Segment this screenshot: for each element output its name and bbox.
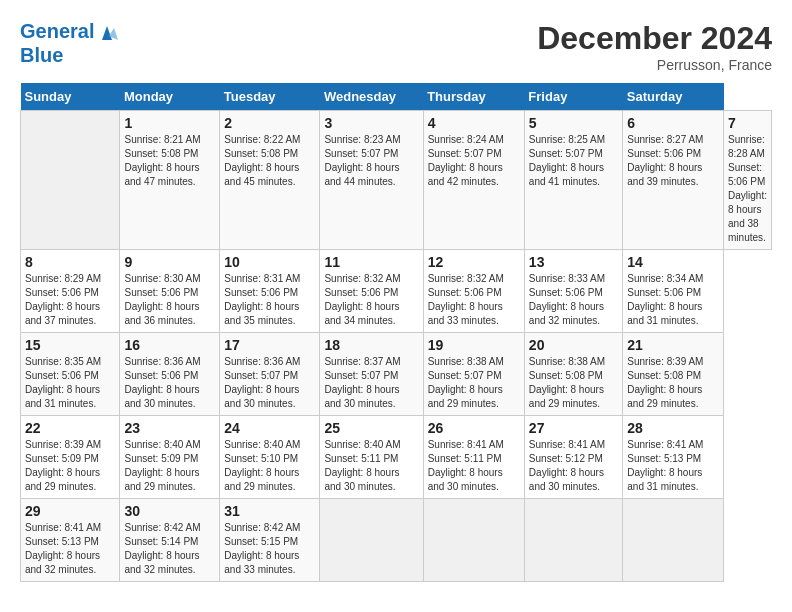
calendar-cell: 25 Sunrise: 8:40 AM Sunset: 5:11 PM Dayl…: [320, 416, 423, 499]
calendar-cell: 31 Sunrise: 8:42 AM Sunset: 5:15 PM Dayl…: [220, 499, 320, 582]
calendar-cell: 13 Sunrise: 8:33 AM Sunset: 5:06 PM Dayl…: [524, 250, 622, 333]
calendar-cell: 5 Sunrise: 8:25 AM Sunset: 5:07 PM Dayli…: [524, 111, 622, 250]
header-sunday: Sunday: [21, 83, 120, 111]
calendar-cell: 16 Sunrise: 8:36 AM Sunset: 5:06 PM Dayl…: [120, 333, 220, 416]
day-number: 21: [627, 337, 719, 353]
day-info: Sunrise: 8:29 AM Sunset: 5:06 PM Dayligh…: [25, 272, 115, 328]
header-monday: Monday: [120, 83, 220, 111]
calendar-cell: 4 Sunrise: 8:24 AM Sunset: 5:07 PM Dayli…: [423, 111, 524, 250]
day-info: Sunrise: 8:41 AM Sunset: 5:13 PM Dayligh…: [627, 438, 719, 494]
day-info: Sunrise: 8:40 AM Sunset: 5:10 PM Dayligh…: [224, 438, 315, 494]
week-row-5: 29 Sunrise: 8:41 AM Sunset: 5:13 PM Dayl…: [21, 499, 772, 582]
calendar-cell: 22 Sunrise: 8:39 AM Sunset: 5:09 PM Dayl…: [21, 416, 120, 499]
day-info: Sunrise: 8:41 AM Sunset: 5:12 PM Dayligh…: [529, 438, 618, 494]
header-friday: Friday: [524, 83, 622, 111]
day-number: 28: [627, 420, 719, 436]
day-number: 13: [529, 254, 618, 270]
calendar-cell: 24 Sunrise: 8:40 AM Sunset: 5:10 PM Dayl…: [220, 416, 320, 499]
calendar-cell: 27 Sunrise: 8:41 AM Sunset: 5:12 PM Dayl…: [524, 416, 622, 499]
calendar-cell: 19 Sunrise: 8:38 AM Sunset: 5:07 PM Dayl…: [423, 333, 524, 416]
day-number: 31: [224, 503, 315, 519]
day-number: 11: [324, 254, 418, 270]
calendar-cell: 11 Sunrise: 8:32 AM Sunset: 5:06 PM Dayl…: [320, 250, 423, 333]
days-header-row: SundayMondayTuesdayWednesdayThursdayFrid…: [21, 83, 772, 111]
logo-text: General: [20, 20, 118, 42]
month-title: December 2024: [537, 20, 772, 57]
day-info: Sunrise: 8:41 AM Sunset: 5:13 PM Dayligh…: [25, 521, 115, 577]
day-number: 12: [428, 254, 520, 270]
day-number: 4: [428, 115, 520, 131]
day-number: 26: [428, 420, 520, 436]
day-info: Sunrise: 8:39 AM Sunset: 5:08 PM Dayligh…: [627, 355, 719, 411]
calendar-cell: [21, 111, 120, 250]
day-info: Sunrise: 8:42 AM Sunset: 5:14 PM Dayligh…: [124, 521, 215, 577]
calendar-cell: 12 Sunrise: 8:32 AM Sunset: 5:06 PM Dayl…: [423, 250, 524, 333]
calendar-cell: 8 Sunrise: 8:29 AM Sunset: 5:06 PM Dayli…: [21, 250, 120, 333]
header-wednesday: Wednesday: [320, 83, 423, 111]
calendar-cell: 3 Sunrise: 8:23 AM Sunset: 5:07 PM Dayli…: [320, 111, 423, 250]
week-row-2: 8 Sunrise: 8:29 AM Sunset: 5:06 PM Dayli…: [21, 250, 772, 333]
day-info: Sunrise: 8:41 AM Sunset: 5:11 PM Dayligh…: [428, 438, 520, 494]
calendar-cell: 1 Sunrise: 8:21 AM Sunset: 5:08 PM Dayli…: [120, 111, 220, 250]
calendar-cell: 18 Sunrise: 8:37 AM Sunset: 5:07 PM Dayl…: [320, 333, 423, 416]
page-header: General Blue December 2024 Perrusson, Fr…: [20, 20, 772, 73]
day-info: Sunrise: 8:35 AM Sunset: 5:06 PM Dayligh…: [25, 355, 115, 411]
day-info: Sunrise: 8:36 AM Sunset: 5:07 PM Dayligh…: [224, 355, 315, 411]
day-number: 3: [324, 115, 418, 131]
day-info: Sunrise: 8:40 AM Sunset: 5:11 PM Dayligh…: [324, 438, 418, 494]
calendar-cell: 6 Sunrise: 8:27 AM Sunset: 5:06 PM Dayli…: [623, 111, 724, 250]
day-info: Sunrise: 8:23 AM Sunset: 5:07 PM Dayligh…: [324, 133, 418, 189]
day-number: 25: [324, 420, 418, 436]
calendar-cell: 29 Sunrise: 8:41 AM Sunset: 5:13 PM Dayl…: [21, 499, 120, 582]
day-info: Sunrise: 8:31 AM Sunset: 5:06 PM Dayligh…: [224, 272, 315, 328]
calendar-cell: [423, 499, 524, 582]
day-info: Sunrise: 8:30 AM Sunset: 5:06 PM Dayligh…: [124, 272, 215, 328]
calendar-cell: [524, 499, 622, 582]
day-number: 27: [529, 420, 618, 436]
day-number: 7: [728, 115, 767, 131]
day-info: Sunrise: 8:28 AM Sunset: 5:06 PM Dayligh…: [728, 133, 767, 245]
calendar-cell: 21 Sunrise: 8:39 AM Sunset: 5:08 PM Dayl…: [623, 333, 724, 416]
day-number: 5: [529, 115, 618, 131]
calendar-cell: 7 Sunrise: 8:28 AM Sunset: 5:06 PM Dayli…: [724, 111, 772, 250]
day-number: 16: [124, 337, 215, 353]
calendar-cell: 9 Sunrise: 8:30 AM Sunset: 5:06 PM Dayli…: [120, 250, 220, 333]
day-number: 10: [224, 254, 315, 270]
day-info: Sunrise: 8:39 AM Sunset: 5:09 PM Dayligh…: [25, 438, 115, 494]
day-number: 22: [25, 420, 115, 436]
calendar-cell: 2 Sunrise: 8:22 AM Sunset: 5:08 PM Dayli…: [220, 111, 320, 250]
day-number: 20: [529, 337, 618, 353]
day-info: Sunrise: 8:25 AM Sunset: 5:07 PM Dayligh…: [529, 133, 618, 189]
day-number: 2: [224, 115, 315, 131]
day-number: 30: [124, 503, 215, 519]
logo: General Blue: [20, 20, 118, 66]
calendar-cell: 20 Sunrise: 8:38 AM Sunset: 5:08 PM Dayl…: [524, 333, 622, 416]
svg-marker-0: [102, 26, 112, 40]
day-number: 1: [124, 115, 215, 131]
day-number: 9: [124, 254, 215, 270]
header-thursday: Thursday: [423, 83, 524, 111]
day-info: Sunrise: 8:21 AM Sunset: 5:08 PM Dayligh…: [124, 133, 215, 189]
week-row-4: 22 Sunrise: 8:39 AM Sunset: 5:09 PM Dayl…: [21, 416, 772, 499]
week-row-3: 15 Sunrise: 8:35 AM Sunset: 5:06 PM Dayl…: [21, 333, 772, 416]
day-number: 24: [224, 420, 315, 436]
calendar-cell: 15 Sunrise: 8:35 AM Sunset: 5:06 PM Dayl…: [21, 333, 120, 416]
day-number: 23: [124, 420, 215, 436]
location: Perrusson, France: [537, 57, 772, 73]
day-info: Sunrise: 8:32 AM Sunset: 5:06 PM Dayligh…: [324, 272, 418, 328]
day-info: Sunrise: 8:38 AM Sunset: 5:08 PM Dayligh…: [529, 355, 618, 411]
day-info: Sunrise: 8:24 AM Sunset: 5:07 PM Dayligh…: [428, 133, 520, 189]
week-row-1: 1 Sunrise: 8:21 AM Sunset: 5:08 PM Dayli…: [21, 111, 772, 250]
day-info: Sunrise: 8:42 AM Sunset: 5:15 PM Dayligh…: [224, 521, 315, 577]
day-info: Sunrise: 8:37 AM Sunset: 5:07 PM Dayligh…: [324, 355, 418, 411]
day-number: 29: [25, 503, 115, 519]
day-number: 17: [224, 337, 315, 353]
title-block: December 2024 Perrusson, France: [537, 20, 772, 73]
day-info: Sunrise: 8:32 AM Sunset: 5:06 PM Dayligh…: [428, 272, 520, 328]
day-info: Sunrise: 8:34 AM Sunset: 5:06 PM Dayligh…: [627, 272, 719, 328]
day-info: Sunrise: 8:33 AM Sunset: 5:06 PM Dayligh…: [529, 272, 618, 328]
calendar-cell: 30 Sunrise: 8:42 AM Sunset: 5:14 PM Dayl…: [120, 499, 220, 582]
day-info: Sunrise: 8:27 AM Sunset: 5:06 PM Dayligh…: [627, 133, 719, 189]
calendar-cell: 10 Sunrise: 8:31 AM Sunset: 5:06 PM Dayl…: [220, 250, 320, 333]
day-info: Sunrise: 8:40 AM Sunset: 5:09 PM Dayligh…: [124, 438, 215, 494]
